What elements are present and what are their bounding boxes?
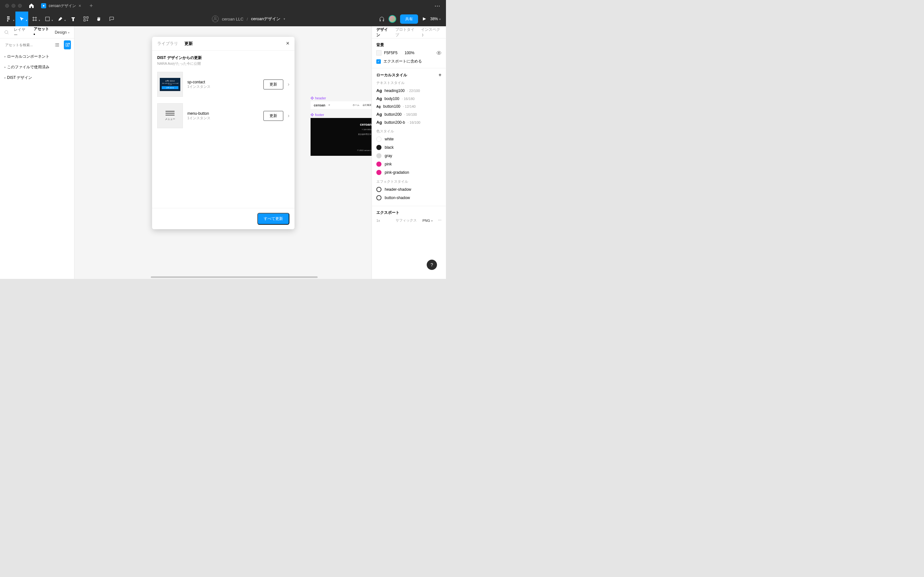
zoom-level[interactable]: 38% <box>430 17 443 21</box>
horizontal-scrollbar[interactable] <box>151 276 318 278</box>
help-button[interactable]: ? <box>427 259 437 270</box>
frame-tool[interactable]: ▾ <box>28 11 41 26</box>
export-format[interactable]: PNG <box>423 219 433 222</box>
color-swatch-icon <box>376 137 381 142</box>
updates-modal: ライブラリ 更新 × DIST デザインからの更新 NARA Aoiがたった今に… <box>152 37 294 229</box>
footer-frame-label[interactable]: footer <box>310 113 372 117</box>
home-button[interactable] <box>26 0 37 11</box>
modal-tabs: ライブラリ 更新 × <box>152 37 294 51</box>
window-menu-icon[interactable]: ⋯ <box>435 2 441 9</box>
team-name[interactable]: ceroan LLC <box>222 17 244 21</box>
more-icon[interactable]: ⋯ <box>438 218 441 222</box>
text-style-row[interactable]: Agbody100· 16/180 <box>376 95 441 103</box>
headphones-icon[interactable] <box>379 16 384 22</box>
chevron-down-icon[interactable]: ▾ <box>284 17 285 21</box>
effect-icon <box>376 195 381 200</box>
bg-swatch[interactable] <box>376 50 381 55</box>
bg-opacity[interactable]: 100% <box>405 51 415 55</box>
page-selector[interactable]: Design <box>55 30 69 35</box>
share-button[interactable]: 共有 <box>400 15 418 24</box>
footer-frame[interactable]: ceroan 〒164-0001 東京都中野区中 © 2022 ceroan L <box>310 118 372 156</box>
text-style-row[interactable]: Agbutton200-b· 16/100 <box>376 118 441 126</box>
chevron-down-icon: ▾ <box>26 19 27 22</box>
library-view-button[interactable] <box>64 40 71 49</box>
color-style-row[interactable]: white <box>376 135 441 143</box>
avatar[interactable] <box>389 15 396 23</box>
update-all-button[interactable]: すべて更新 <box>257 213 289 225</box>
color-styles-label: 色スタイル <box>376 129 441 134</box>
header-frame[interactable]: ceroan® ホーム 会社概要 <box>310 101 372 109</box>
assets-tab[interactable]: アセット• <box>34 26 50 39</box>
comment-tool[interactable] <box>105 11 118 26</box>
plus-icon[interactable]: + <box>439 72 441 78</box>
close-window-icon[interactable] <box>5 4 9 8</box>
pen-tool[interactable]: ▾ <box>54 11 67 26</box>
local-components-group[interactable]: ローカルコンポーネント <box>0 51 74 62</box>
color-style-name: white <box>384 137 394 141</box>
text-style-row[interactable]: Agbutton100· 12/140 <box>376 103 441 110</box>
include-in-export-row[interactable]: ✓ エクスポートに含める <box>376 59 441 64</box>
text-style-row[interactable]: Agbutton200· 16/100 <box>376 110 441 118</box>
new-tab-button[interactable]: + <box>85 3 97 9</box>
effect-style-row[interactable]: header-shadow <box>376 185 441 193</box>
component-icon <box>310 113 314 116</box>
update-button[interactable]: 更新 <box>263 79 283 89</box>
chevron-right-icon[interactable]: › <box>288 113 289 119</box>
color-style-row[interactable]: black <box>376 143 441 152</box>
bg-hex[interactable]: F5F5F5 <box>384 51 397 55</box>
used-in-file-group[interactable]: このファイルで使用済み <box>0 62 74 73</box>
library-tab[interactable]: ライブラリ <box>157 41 178 50</box>
color-style-row[interactable]: pink-gradation <box>376 168 441 177</box>
asset-search-input[interactable] <box>3 41 51 49</box>
resources-tool[interactable] <box>79 11 92 26</box>
component-name: sp-contact <box>187 80 259 84</box>
left-panel-tabs: レイヤー アセット• Design <box>0 26 74 39</box>
list-view-button[interactable] <box>54 40 61 49</box>
include-export-label: エクスポートに含める <box>383 59 422 64</box>
left-panel: レイヤー アセット• Design ローカルコンポーネント このファイルで使用済… <box>0 26 74 279</box>
maximize-window-icon[interactable] <box>18 4 22 8</box>
chevron-right-icon[interactable]: › <box>288 81 289 87</box>
design-tab[interactable]: デザイン <box>376 27 390 38</box>
export-scale[interactable]: 1x <box>376 219 380 222</box>
text-tool[interactable] <box>67 11 79 26</box>
file-tab[interactable]: ceroanデザイン × <box>37 0 85 11</box>
color-style-row[interactable]: gray <box>376 152 441 160</box>
text-style-row[interactable]: Agheading100· 22/100 <box>376 87 441 95</box>
text-style-name: button100 <box>383 104 400 109</box>
header-frame-label[interactable]: header <box>310 96 372 100</box>
dist-design-group[interactable]: DIST デザイン <box>0 73 74 83</box>
text-style-name: heading100 <box>384 89 405 93</box>
prototype-tab[interactable]: プロトタイプ <box>395 27 416 38</box>
main-menu-button[interactable]: ▾ <box>3 11 15 26</box>
search-icon[interactable] <box>5 30 9 35</box>
shape-tool[interactable]: ▾ <box>41 11 54 26</box>
update-source-title: DIST デザインからの更新 <box>157 55 289 61</box>
checkbox-icon[interactable]: ✓ <box>376 59 381 64</box>
text-style-name: button200-b <box>384 120 405 125</box>
export-suffix-label[interactable]: サフィックス <box>396 218 417 223</box>
text-style-preview-icon: Ag <box>376 96 382 101</box>
updates-tab[interactable]: 更新 <box>184 41 193 50</box>
local-styles-title: ローカルスタイル + <box>376 72 441 78</box>
color-style-row[interactable]: pink <box>376 160 441 168</box>
close-icon[interactable]: × <box>286 40 289 47</box>
file-location[interactable]: ceroan LLC / ceroanデザイン ▾ <box>118 15 379 23</box>
effect-style-row[interactable]: button-shadow <box>376 193 441 202</box>
visibility-icon[interactable] <box>436 50 441 55</box>
footer-copyright: © 2022 ceroan L <box>357 149 372 151</box>
minimize-window-icon[interactable] <box>11 4 15 8</box>
hand-tool[interactable] <box>92 11 105 26</box>
tab-label: ceroanデザイン <box>49 3 76 9</box>
present-icon[interactable] <box>422 17 426 21</box>
background-color-row[interactable]: F5F5F5 100% <box>376 50 441 55</box>
move-tool[interactable]: ▾ <box>15 11 28 26</box>
file-name[interactable]: ceroanデザイン <box>251 16 281 22</box>
inspect-tab[interactable]: インスペクト <box>421 27 441 38</box>
menu-button-thumbnail: メニュー <box>157 103 183 128</box>
brand-logo: ceroan <box>314 103 325 107</box>
layers-tab[interactable]: レイヤー <box>14 27 28 38</box>
update-button[interactable]: 更新 <box>263 111 283 121</box>
close-tab-icon[interactable]: × <box>79 3 81 8</box>
export-section: エクスポート 1x サフィックス PNG ⋯ <box>372 206 446 227</box>
